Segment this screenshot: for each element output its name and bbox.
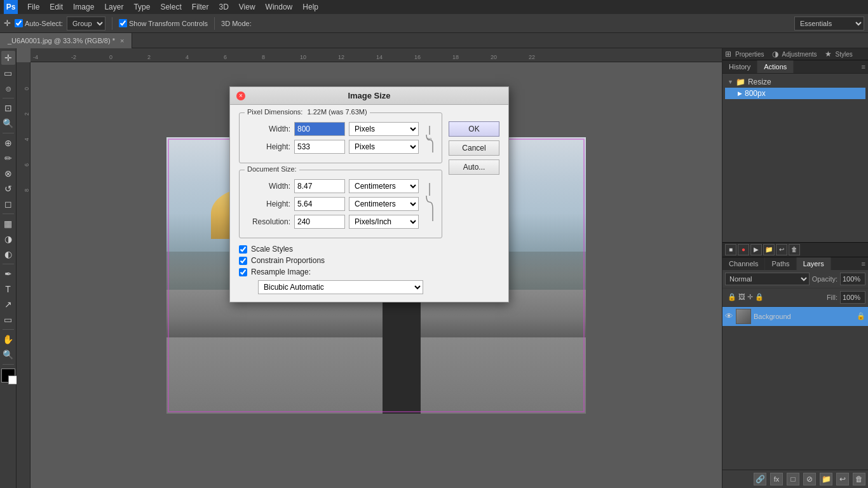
history-tab[interactable]: History	[722, 60, 757, 73]
blur-tool[interactable]: ◑	[1, 232, 15, 246]
menu-filter[interactable]: Filter	[187, 1, 214, 13]
menu-image[interactable]: Image	[69, 1, 98, 13]
doc-height-input[interactable]	[294, 197, 345, 211]
panel-options-icon[interactable]: ≡	[859, 60, 868, 73]
doc-height-unit[interactable]: Centimeters	[349, 197, 419, 211]
resample-checkbox[interactable]	[239, 268, 247, 276]
delete-layer-button[interactable]: 🗑	[853, 473, 865, 485]
styles-icon[interactable]: ★	[825, 50, 832, 58]
menu-file[interactable]: File	[23, 1, 44, 13]
doc-width-input[interactable]	[294, 179, 345, 193]
fill-input[interactable]	[840, 291, 865, 304]
menu-window[interactable]: Window	[261, 1, 297, 13]
document-tab[interactable]: _U6A0001.jpg @ 33.3% (RGB/8) * ×	[0, 33, 132, 48]
new-layer-button[interactable]: ↩	[836, 473, 849, 485]
healing-tool[interactable]: ⊕	[1, 136, 15, 150]
new-set-button[interactable]: 📁	[763, 244, 775, 255]
paths-tab[interactable]: Paths	[765, 257, 796, 270]
actions-tab[interactable]: Actions	[757, 60, 794, 73]
auto-select-checkbox[interactable]	[15, 19, 23, 27]
actions-panel-body: ▼ 📁 Resize ▶ 800px	[722, 74, 868, 242]
new-action-button[interactable]: ↩	[776, 244, 787, 255]
record-button[interactable]: ●	[738, 244, 749, 255]
menu-layer[interactable]: Layer	[100, 1, 128, 13]
constrain-checkbox[interactable]	[239, 257, 247, 265]
resolution-input[interactable]	[294, 215, 345, 229]
pixel-width-unit[interactable]: Pixels	[349, 122, 419, 136]
delete-action-button[interactable]: 🗑	[789, 244, 800, 255]
resample-dropdown-row: Bicubic Automatic	[239, 280, 442, 294]
channels-tab[interactable]: Channels	[722, 257, 765, 270]
adjustments-icon[interactable]: ◑	[772, 50, 778, 58]
menu-select[interactable]: Select	[156, 1, 186, 13]
doc-height-label: Height:	[246, 200, 290, 208]
layers-tab[interactable]: Layers	[797, 257, 831, 270]
resolution-unit[interactable]: Pixels/Inch	[349, 215, 419, 229]
select-tool[interactable]: ▭	[1, 66, 15, 80]
layer-visibility-icon[interactable]: 👁	[725, 311, 733, 321]
zoom-tool[interactable]: 🔍	[1, 348, 15, 362]
layer-fx-button[interactable]: fx	[770, 473, 783, 485]
layer-background[interactable]: 👁 Background 🔒	[722, 307, 868, 326]
lock-label: 🔒 🖼 ✛ 🔒	[728, 293, 764, 301]
essentials-select[interactable]: Essentials	[794, 17, 864, 30]
opacity-input[interactable]	[840, 273, 865, 285]
gradient-tool[interactable]: ▦	[1, 217, 15, 231]
action-item-row[interactable]: ▶ 800px	[725, 88, 865, 99]
auto-button[interactable]: Auto...	[449, 159, 499, 175]
menu-3d[interactable]: 3D	[214, 1, 233, 13]
type-tool[interactable]: T	[1, 282, 15, 296]
dodge-tool[interactable]: ◐	[1, 247, 15, 261]
brush-tool[interactable]: ✏	[1, 151, 15, 165]
adjustments-label: Adjustments	[782, 51, 817, 58]
properties-icon[interactable]: ⊞	[725, 50, 731, 58]
eraser-tool[interactable]: ◻	[1, 197, 15, 211]
stop-button[interactable]: ■	[725, 244, 736, 255]
pixel-width-input[interactable]	[294, 122, 345, 136]
layer-mask-button[interactable]: □	[787, 473, 799, 485]
menu-view[interactable]: View	[234, 1, 260, 13]
link-layers-button[interactable]: 🔗	[754, 473, 766, 485]
doc-width-unit[interactable]: Centimeters	[349, 179, 419, 193]
cancel-button[interactable]: Cancel	[449, 140, 499, 156]
ok-button[interactable]: OK	[449, 121, 499, 137]
canvas-area[interactable]: -4 -2 0 2 4 6 8 10 12 14 16 18 20 22 0 2…	[17, 48, 722, 488]
layers-options-icon[interactable]: ≡	[859, 257, 868, 270]
crop-tool[interactable]: ⊡	[1, 101, 15, 115]
group-select[interactable]: Group	[67, 17, 105, 30]
path-select-tool[interactable]: ↗	[1, 297, 15, 311]
fill-label: Fill:	[827, 294, 837, 301]
scale-styles-checkbox[interactable]	[239, 245, 247, 254]
shape-tool[interactable]: ▭	[1, 313, 15, 327]
foreground-color[interactable]	[1, 369, 15, 383]
menu-edit[interactable]: Edit	[45, 1, 67, 13]
move-tool[interactable]: ✛	[1, 51, 15, 65]
tab-close-button[interactable]: ×	[120, 37, 124, 44]
menu-type[interactable]: Type	[129, 1, 154, 13]
auto-select-label: Auto-Select:	[15, 19, 63, 27]
dialog-close-button[interactable]: ×	[236, 92, 245, 100]
pixel-height-unit[interactable]: Pixels	[349, 140, 419, 154]
resample-select[interactable]: Bicubic Automatic	[258, 280, 423, 294]
dialog-title-bar: × Image Size	[230, 87, 508, 105]
menu-help[interactable]: Help	[298, 1, 323, 13]
lasso-tool[interactable]: ⌾	[1, 81, 15, 95]
play-button[interactable]: ▶	[750, 244, 762, 255]
new-group-button[interactable]: 📁	[820, 473, 832, 485]
hand-tool[interactable]: ✋	[1, 332, 15, 346]
show-transform-label: Show Transform Controls	[119, 19, 208, 27]
layer-lock-icon: 🔒	[857, 312, 865, 320]
menu-bar: Ps File Edit Image Layer Type Select Fil…	[0, 0, 868, 14]
blend-mode-select[interactable]: Normal	[725, 273, 810, 285]
adjustment-layer-button[interactable]: ⊘	[803, 473, 816, 485]
styles-label: Styles	[836, 51, 853, 58]
background-color[interactable]	[8, 376, 17, 384]
action-set-row[interactable]: ▼ 📁 Resize	[725, 76, 865, 88]
width-label: Width:	[246, 125, 290, 133]
show-transform-checkbox[interactable]	[119, 19, 127, 27]
history-brush-tool[interactable]: ↺	[1, 182, 15, 196]
clone-tool[interactable]: ⊗	[1, 166, 15, 180]
eyedropper-tool[interactable]: 🔍	[1, 116, 15, 130]
pixel-height-input[interactable]	[294, 140, 345, 154]
pen-tool[interactable]: ✒	[1, 267, 15, 281]
